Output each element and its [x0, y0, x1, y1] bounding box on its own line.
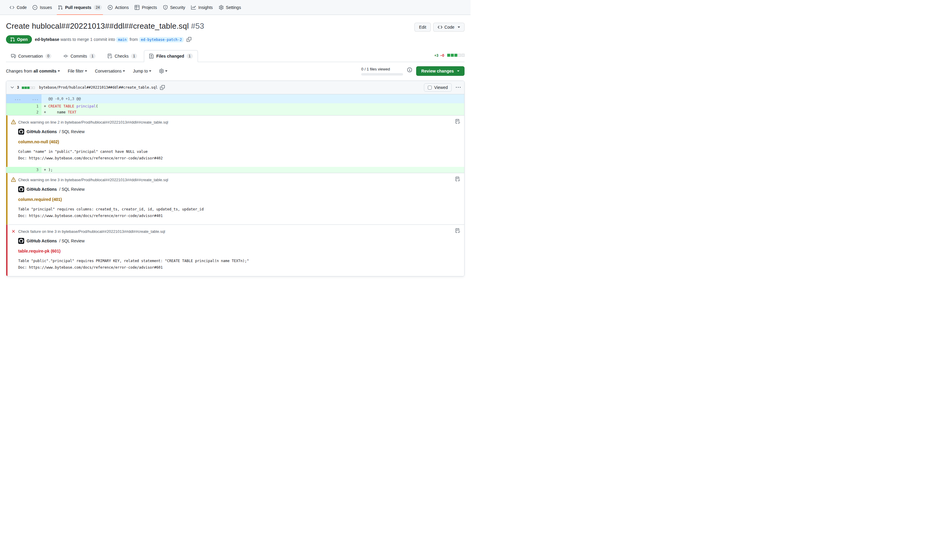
check-annotation-body: Column "name" in "public"."principal" ca…: [18, 148, 460, 162]
new-line-number[interactable]: 3: [24, 167, 42, 173]
nav-item-label: Settings: [226, 5, 241, 10]
review-changes-button[interactable]: Review changes: [416, 66, 464, 76]
file-header: 3 bytebase/Prod/hublocal##20221013##ddl#…: [6, 81, 464, 94]
old-line-number[interactable]: [6, 109, 24, 115]
diffstat-block-empty: [30, 86, 32, 89]
nav-item-insights[interactable]: Insights: [188, 0, 215, 15]
check-annotation-warning: Check warning on line 3 in bytebase/Prod…: [6, 173, 464, 225]
author-login[interactable]: ed-bytebase: [35, 37, 59, 42]
diffstat-additions: +3: [434, 54, 438, 58]
nav-item-label: Issues: [40, 5, 52, 10]
menu-label: Jump to: [133, 69, 148, 74]
nav-item-security[interactable]: Security: [160, 0, 188, 15]
diff-settings-menu[interactable]: [159, 69, 168, 74]
annotation-content: GitHub Actions / SQL Reviewcolumn.requir…: [18, 186, 460, 219]
check-tool-name[interactable]: GitHub Actions: [26, 238, 57, 243]
nav-item-pull-requests[interactable]: Pull requests24: [55, 0, 105, 15]
viewed-checkbox[interactable]: [428, 86, 432, 89]
changes-from-menu[interactable]: Changes fromall commits: [6, 69, 60, 74]
menu-value: all commits: [34, 69, 57, 74]
tab-label: Files changed: [156, 54, 184, 58]
nav-item-label: Security: [170, 5, 185, 10]
diff-added-line: 2+ name TEXT: [6, 109, 464, 115]
pr-meta-row: Open ed-bytebase wants to merge 1 commit…: [6, 35, 464, 43]
file-filter-menu[interactable]: File filter: [68, 69, 87, 74]
repo-nav: CodeIssuesPull requests24ActionsProjects…: [0, 0, 470, 15]
nav-item-label: Pull requests: [65, 5, 91, 10]
nav-item-code[interactable]: Code: [6, 0, 29, 15]
pr-number: #53: [191, 22, 204, 31]
tab-commits[interactable]: Commits1: [58, 50, 101, 62]
diffstat-squares: [447, 54, 464, 58]
diff-add-sign: +: [44, 109, 48, 115]
hunk-new-gutter: ...: [24, 94, 42, 103]
nav-item-settings[interactable]: Settings: [216, 0, 244, 15]
dropdown-caret-icon: [85, 71, 87, 73]
nav-item-projects[interactable]: Projects: [132, 0, 160, 15]
diff-code-cell: + name TEXT: [42, 109, 464, 115]
check-rule-title: column.no-null (402): [18, 139, 460, 144]
copy-branch-icon[interactable]: [187, 37, 191, 42]
nav-item-counter: 24: [94, 5, 102, 10]
diff-added-line: 3+);: [6, 167, 464, 173]
diffstat-block-added: [22, 86, 24, 89]
tab-counter: 1: [89, 54, 95, 59]
tab-label: Conversation: [18, 54, 43, 58]
edit-button[interactable]: Edit: [414, 23, 431, 32]
annotation-body-line: Doc: https://www.bytebase.com/docs/refer…: [18, 155, 460, 162]
diffstat-block-added: [27, 86, 29, 89]
copy-file-path-icon[interactable]: [160, 85, 165, 90]
annotation-body-line: Table "principal" requires columns: crea…: [18, 206, 460, 212]
nav-item-label: Actions: [115, 5, 129, 10]
check-tool-name[interactable]: GitHub Actions: [26, 129, 57, 134]
info-icon[interactable]: [407, 68, 412, 72]
menu-label: Conversations: [95, 69, 122, 74]
head-branch-label[interactable]: ed-bytebase-patch-2: [139, 37, 184, 42]
file-options-kebab-icon[interactable]: [456, 85, 461, 90]
nav-item-issues[interactable]: Issues: [29, 0, 55, 15]
code-icon: [9, 5, 14, 10]
pr-page: Create hublocal##20221013##ddl##create_t…: [0, 22, 470, 277]
tab-counter: 0: [45, 54, 52, 59]
pr-title-text: Create hublocal##20221013##ddl##create_t…: [6, 22, 189, 31]
conversations-menu[interactable]: Conversations: [95, 69, 125, 74]
code-token: (: [96, 104, 98, 108]
code-button-label: Code: [444, 25, 454, 29]
graph-icon: [191, 5, 196, 10]
nav-item-actions[interactable]: Actions: [105, 0, 132, 15]
old-line-number[interactable]: [6, 103, 24, 109]
jump-to-menu[interactable]: Jump to: [133, 69, 151, 74]
tab-files-changed[interactable]: Files changed1: [144, 50, 198, 62]
old-line-number[interactable]: [6, 167, 24, 173]
tab-checks[interactable]: Checks1: [102, 50, 142, 62]
dropdown-caret-icon: [58, 71, 60, 73]
check-tool-row: GitHub Actions / SQL Review: [18, 238, 460, 244]
checks-icon[interactable]: [455, 119, 460, 124]
diff-added-line: 1+CREATE TABLE principal(: [6, 103, 464, 109]
new-line-number[interactable]: 2: [24, 109, 42, 115]
warning-triangle-icon: [11, 177, 16, 182]
check-tool-context: / SQL Review: [59, 187, 85, 192]
header-actions: Edit Code: [414, 23, 464, 32]
annotation-header-text: Check failure on line 3 in bytebase/Prod…: [18, 229, 165, 234]
diffstat-deletions: −0: [440, 54, 444, 58]
viewed-toggle[interactable]: Viewed: [424, 83, 452, 92]
new-line-number[interactable]: 1: [24, 103, 42, 109]
tab-conversation[interactable]: Conversation0: [6, 50, 57, 62]
annotation-body-line: Table "public"."principal" requires PRIM…: [18, 258, 460, 264]
tab-counter: 1: [187, 54, 193, 59]
shield-icon: [163, 5, 168, 10]
code-token: principal: [77, 104, 96, 108]
page-title: Create hublocal##20221013##ddl##create_t…: [6, 22, 204, 31]
base-branch-label[interactable]: main: [116, 37, 128, 42]
check-tool-name[interactable]: GitHub Actions: [26, 187, 57, 192]
checks-icon[interactable]: [455, 177, 460, 182]
tab-counter: 1: [131, 54, 137, 59]
collapse-file-chevron-down-icon[interactable]: [10, 85, 15, 90]
checks-icon[interactable]: [455, 228, 460, 233]
code-token: [74, 104, 77, 108]
review-changes-label: Review changes: [421, 69, 454, 74]
file-header-left: 3 bytebase/Prod/hublocal##20221013##ddl#…: [10, 85, 165, 90]
github-mark-icon: [19, 239, 23, 243]
code-button[interactable]: Code: [433, 23, 464, 32]
